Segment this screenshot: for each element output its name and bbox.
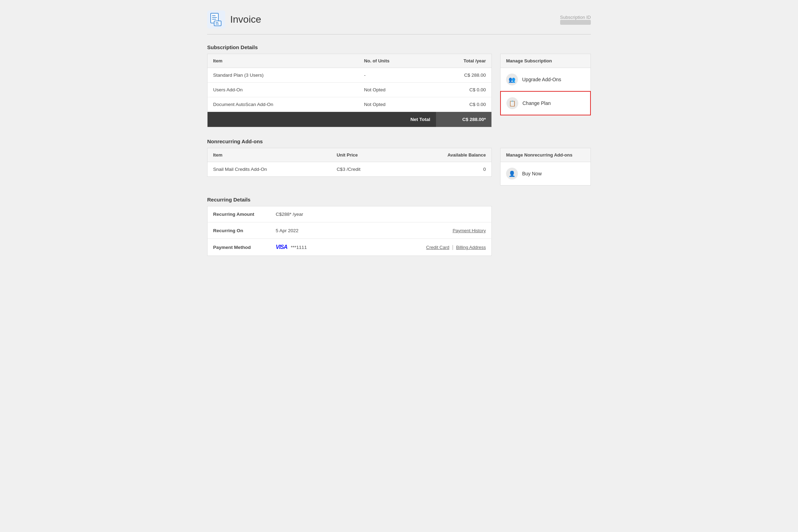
col-total: Total /year [436, 54, 492, 68]
recurring-amount-links [353, 206, 491, 222]
header: Invoice Subscription ID [207, 10, 591, 35]
payment-method-cell: VISA ***1111 [276, 244, 347, 250]
manage-nonrecurring-container: Manage Nonrecurring Add-ons 👤 Buy Now [500, 148, 591, 185]
nr-row1-balance: 0 [397, 162, 491, 177]
recurring-table-container: Recurring Amount C$288* /year Recurring … [207, 206, 492, 256]
row3-units: Not Opted [359, 97, 436, 112]
subscription-table: Item No. of Units Total /year Standard P… [207, 54, 492, 127]
manage-nonrecurring-title: Manage Nonrecurring Add-ons [500, 148, 590, 162]
table-row: Standard Plan (3 Users) - C$ 288.00 [208, 68, 492, 83]
recurring-amount-label: Recurring Amount [208, 206, 270, 222]
payment-method-label: Payment Method [208, 239, 270, 256]
svg-rect-2 [212, 15, 216, 16]
col-item: Item [208, 54, 359, 68]
svg-rect-6 [216, 22, 218, 23]
manage-subscription-panel: Manage Subscription 👥 Upgrade Add-Ons 📋 … [500, 54, 591, 127]
upgrade-addons-label: Upgrade Add-Ons [522, 77, 561, 82]
nr-row1-price: C$3 /Credit [331, 162, 397, 177]
page-container: Invoice Subscription ID Subscription Det… [207, 10, 591, 256]
col-units: No. of Units [359, 54, 436, 68]
recurring-section-row: Recurring Amount C$288* /year Recurring … [207, 206, 591, 256]
row1-total: C$ 288.00 [436, 68, 492, 83]
payment-method-row: Payment Method VISA ***1111 Credit Card … [208, 239, 492, 256]
payment-history-link[interactable]: Payment History [453, 228, 486, 233]
change-plan-label: Change Plan [522, 100, 551, 106]
recurring-table: Recurring Amount C$288* /year Recurring … [207, 206, 492, 256]
svg-rect-7 [216, 24, 219, 24]
recurring-on-links: Payment History [353, 222, 491, 239]
row1-units: - [359, 68, 436, 83]
row3-item: Document AutoScan Add-On [208, 97, 359, 112]
svg-rect-4 [212, 19, 216, 20]
nonrecurring-table: Item Unit Price Available Balance Snail … [207, 148, 492, 177]
row2-item: Users Add-On [208, 83, 359, 97]
nonrecurring-table-container: Item Unit Price Available Balance Snail … [207, 148, 492, 185]
net-total-row: Net Total C$ 288.00* [208, 112, 492, 127]
subscription-table-container: Item No. of Units Total /year Standard P… [207, 54, 492, 127]
payment-method-links: Credit Card | Billing Address [353, 239, 491, 256]
invoice-logo-icon [207, 10, 225, 29]
upgrade-addons-icon: 👥 [506, 74, 518, 85]
recurring-amount-row: Recurring Amount C$288* /year [208, 206, 492, 222]
recurring-on-row: Recurring On 5 Apr 2022 Payment History [208, 222, 492, 239]
subscription-id-label: Subscription ID [560, 15, 591, 20]
buy-now-label: Buy Now [522, 171, 542, 176]
net-total-value: C$ 288.00* [436, 112, 492, 127]
page-title: Invoice [230, 14, 261, 25]
subscription-id-container: Subscription ID [560, 15, 591, 25]
row3-total: C$ 0.00 [436, 97, 492, 112]
recurring-side-spacer [500, 206, 591, 256]
change-plan-item[interactable]: 📋 Change Plan [500, 91, 591, 115]
billing-address-link[interactable]: Billing Address [456, 245, 486, 250]
svg-rect-3 [212, 17, 217, 18]
subscription-table-header: Item No. of Units Total /year [208, 54, 492, 68]
subscription-section-row: Item No. of Units Total /year Standard P… [207, 54, 591, 127]
table-row: Snail Mail Credits Add-On C$3 /Credit 0 [208, 162, 492, 177]
recurring-section-title: Recurring Details [207, 197, 591, 203]
net-total-empty1 [208, 112, 359, 127]
row1-item: Standard Plan (3 Users) [208, 68, 359, 83]
payment-method-value: VISA ***1111 [270, 239, 353, 256]
subscription-details-title: Subscription Details [207, 44, 591, 50]
nonrecurring-section-row: Item Unit Price Available Balance Snail … [207, 148, 591, 185]
buy-now-icon: 👤 [506, 168, 518, 180]
row2-units: Not Opted [359, 83, 436, 97]
svg-rect-5 [214, 21, 221, 26]
table-row: Users Add-On Not Opted C$ 0.00 [208, 83, 492, 97]
nonrecurring-header: Item Unit Price Available Balance [208, 148, 492, 162]
header-left: Invoice [207, 10, 261, 29]
recurring-amount-value: C$288* /year [270, 206, 353, 222]
card-number: ***1111 [291, 245, 307, 250]
nonrecurring-section-title: Nonrecurring Add-ons [207, 138, 591, 144]
manage-subscription-title: Manage Subscription [500, 54, 590, 68]
upgrade-addons-item[interactable]: 👥 Upgrade Add-Ons [500, 68, 590, 91]
nr-row1-item: Snail Mail Credits Add-On [208, 162, 331, 177]
table-row: Document AutoScan Add-On Not Opted C$ 0.… [208, 97, 492, 112]
link-separator: | [452, 244, 455, 250]
nr-col-item: Item [208, 148, 331, 162]
manage-nonrecurring-panel: Manage Nonrecurring Add-ons 👤 Buy Now [500, 148, 591, 185]
change-plan-icon: 📋 [506, 97, 518, 109]
row2-total: C$ 0.00 [436, 83, 492, 97]
manage-subscription-container: Manage Subscription 👥 Upgrade Add-Ons 📋 … [500, 54, 591, 115]
recurring-on-label: Recurring On [208, 222, 270, 239]
recurring-on-value: 5 Apr 2022 [270, 222, 353, 239]
credit-card-link[interactable]: Credit Card [426, 245, 449, 250]
buy-now-item[interactable]: 👤 Buy Now [500, 162, 590, 185]
subscription-id-value [560, 20, 591, 25]
visa-logo: VISA [276, 244, 287, 250]
nr-col-price: Unit Price [331, 148, 397, 162]
nr-col-balance: Available Balance [397, 148, 491, 162]
net-total-label: Net Total [359, 112, 436, 127]
